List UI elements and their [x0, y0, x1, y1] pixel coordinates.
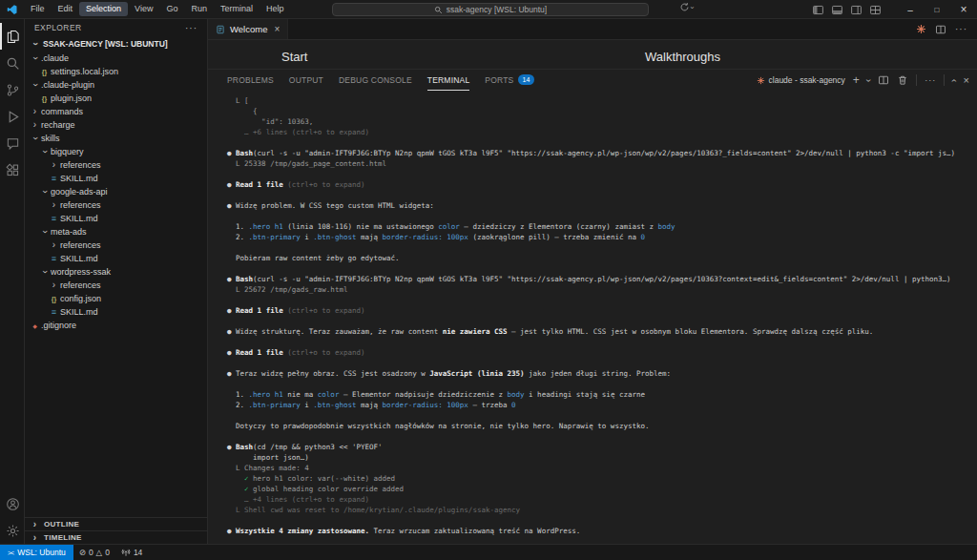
search-icon[interactable] — [0, 50, 25, 76]
terminal-dropdown-icon[interactable]: › — [863, 78, 874, 81]
tree-item-label: SKILL.md — [60, 307, 98, 317]
menu-view[interactable]: View — [128, 2, 159, 16]
claude-terminal-icon — [757, 76, 765, 85]
close-panel-icon[interactable]: × — [964, 74, 969, 86]
tab-close-icon[interactable]: × — [274, 24, 280, 34]
tree-item-label: recharge — [41, 120, 75, 130]
layout-control-button[interactable]: › — [679, 2, 694, 12]
menu-help[interactable]: Help — [260, 2, 291, 16]
command-center-search[interactable]: ssak-agency [WSL: Ubuntu] — [332, 3, 649, 16]
explorer-more-actions-icon[interactable]: ··· — [185, 23, 197, 33]
terminal-line: ✓ hero h1 color: var(--white) added — [227, 473, 971, 484]
panel-tab-ports[interactable]: PORTS14 — [485, 70, 533, 91]
toggle-secondary-sidebar-icon[interactable] — [847, 2, 864, 17]
panel-tab-output[interactable]: OUTPUT — [289, 70, 323, 91]
chevron-right-icon: › — [48, 160, 60, 170]
menu-terminal[interactable]: Terminal — [214, 2, 260, 16]
minimize-button[interactable]: – — [897, 0, 924, 19]
tree-item-config.json[interactable]: {}config.json — [25, 292, 207, 305]
extensions-icon[interactable] — [0, 156, 25, 183]
tree-item-skills[interactable]: ›skills — [25, 132, 207, 145]
chevron-right-icon: › — [48, 200, 60, 210]
sidebar-section-outline[interactable]: ›OUTLINE — [25, 517, 207, 530]
tree-item-skill.md[interactable]: ≡SKILL.md — [25, 172, 207, 185]
tree-item-references[interactable]: ›references — [25, 279, 207, 292]
terminal-line: "id": 10363, — [227, 116, 971, 127]
terminal-line: ● Bash(curl -s -u "admin-IFT9FJ6G:BTYp N… — [227, 148, 971, 158]
tree-item-commands[interactable]: ›commands — [25, 105, 207, 118]
tree-item-references[interactable]: ›references — [25, 239, 207, 252]
tree-item-wordpress-ssak[interactable]: ›wordpress-ssak — [25, 265, 207, 279]
tree-item-label: .claude — [41, 53, 69, 63]
panel-tab-terminal[interactable]: TERMINAL — [427, 70, 470, 91]
menu-edit[interactable]: Edit — [52, 2, 80, 16]
vscode-logo-icon — [6, 3, 19, 16]
new-terminal-icon[interactable]: + — [853, 73, 860, 87]
account-icon[interactable] — [0, 490, 25, 517]
markdown-file-icon: ≡ — [48, 214, 60, 223]
source-control-icon[interactable] — [0, 76, 25, 103]
title-bar: FileEditSelectionViewGoRunTerminalHelp s… — [0, 0, 977, 19]
tree-item-plugin.json[interactable]: {}plugin.json — [25, 92, 207, 105]
toggle-panel-icon[interactable] — [828, 2, 845, 17]
panel-tab-label: PORTS — [485, 75, 513, 85]
panel-tab-problems[interactable]: PROBLEMS — [227, 70, 274, 91]
terminal-line — [227, 295, 971, 305]
claude-icon[interactable] — [916, 24, 926, 34]
tree-item-skill.md[interactable]: ≡SKILL.md — [25, 305, 207, 319]
settings-icon[interactable] — [0, 517, 25, 544]
problems-status[interactable]: ⊘ 0 △ 0 — [73, 545, 115, 560]
tree-item-recharge[interactable]: ›recharge — [25, 118, 207, 132]
chat-icon[interactable] — [0, 130, 25, 156]
tree-item-bigquery[interactable]: ›bigquery — [25, 145, 207, 158]
json-file-icon: {} — [48, 296, 60, 302]
toggle-sidebar-icon[interactable] — [809, 2, 826, 17]
terminal-line: ● Bash(curl -s -u "admin-IFT9FJ6G:BTYp N… — [227, 274, 971, 284]
welcome-page: Start Walkthroughs — [208, 40, 977, 69]
tree-item-skill.md[interactable]: ≡SKILL.md — [25, 212, 207, 225]
run-debug-icon[interactable] — [0, 103, 25, 130]
maximize-panel-icon[interactable]: › — [948, 78, 959, 81]
panel-tab-debug-console[interactable]: DEBUG CONSOLE — [339, 70, 412, 91]
tree-item-meta-ads[interactable]: ›meta-ads — [25, 225, 207, 239]
tree-item-references[interactable]: ›references — [25, 198, 207, 212]
close-button[interactable]: × — [950, 0, 977, 19]
terminal-line: ● Read 1 file (ctrl+o to expand) — [227, 179, 971, 190]
tab-welcome[interactable]: Welcome × — [208, 19, 288, 39]
tree-item-label: meta-ads — [51, 227, 87, 237]
maximize-button[interactable]: □ — [924, 0, 950, 19]
ports-status[interactable]: 14 — [115, 545, 148, 560]
project-root-row[interactable]: › SSAK-AGENCY [WSL: UBUNTU] — [25, 36, 207, 52]
customize-layout-icon[interactable] — [866, 2, 883, 17]
split-terminal-icon[interactable] — [878, 74, 889, 86]
chevron-right-icon: › — [48, 240, 60, 250]
terminal-line: 1. .hero h1 nie ma color — Elementor nad… — [227, 389, 971, 400]
tree-item-.claude-plugin[interactable]: ›.claude-plugin — [25, 78, 207, 92]
terminal-line: 2. .btn-primary i .btn-ghost mają border… — [227, 400, 971, 410]
terminal-line: … +4 lines (ctrl+o to expand) — [227, 494, 971, 505]
menu-go[interactable]: Go — [159, 2, 184, 16]
terminal-line — [227, 410, 971, 421]
tree-item-.gitignore[interactable]: ◆.gitignore — [25, 319, 207, 332]
split-editor-icon[interactable] — [935, 24, 946, 35]
tree-item-settings.local.json[interactable]: {}settings.local.json — [25, 65, 207, 78]
terminal-output[interactable]: L [ { "id": 10363, … +6 lines (ctrl+o to… — [208, 91, 977, 544]
explorer-header: EXPLORER ··· — [25, 19, 207, 36]
menu-selection[interactable]: Selection — [79, 2, 128, 16]
terminal-line: ● Bash(cd /tmp && python3 << 'PYEOF' — [227, 442, 971, 452]
sidebar-section-timeline[interactable]: ›TIMELINE — [25, 530, 207, 544]
tree-item-.claude[interactable]: ›.claude — [25, 52, 207, 65]
panel-actions: claude - ssak-agency + › ··· › — [757, 73, 969, 87]
terminal-instance-selector[interactable]: claude - ssak-agency — [757, 75, 845, 85]
more-actions-icon[interactable]: ··· — [955, 24, 967, 34]
panel-more-actions-icon[interactable]: ··· — [925, 75, 936, 85]
menu-run[interactable]: Run — [184, 2, 214, 16]
menu-file[interactable]: File — [24, 2, 52, 16]
explorer-icon[interactable] — [0, 23, 25, 50]
tree-item-references[interactable]: ›references — [25, 158, 207, 172]
remote-indicator[interactable]: >< WSL: Ubuntu — [0, 545, 73, 560]
tree-item-skill.md[interactable]: ≡SKILL.md — [25, 252, 207, 265]
kill-terminal-icon[interactable] — [897, 74, 908, 86]
tree-item-google-ads-api[interactable]: ›google-ads-api — [25, 185, 207, 198]
terminal-line: L 25672 /tmp/gads_raw.html — [227, 284, 971, 295]
